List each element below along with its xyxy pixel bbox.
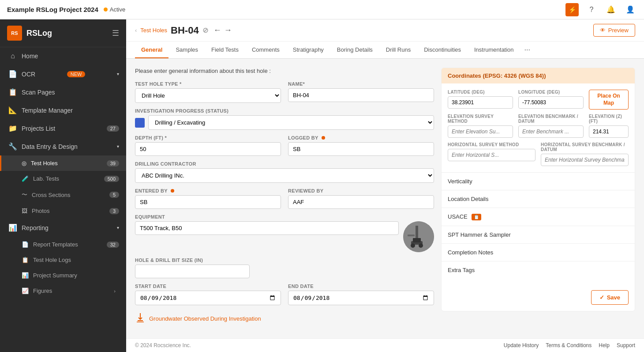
tab-boring-details[interactable]: Boring Details — [331, 42, 379, 58]
sidebar-item-test-holes[interactable]: ◎ Test Holes 39 — [0, 155, 126, 171]
content-area: ‹ Test Holes BH-04 ⊘ ← → 👁 Preview Gener… — [126, 19, 644, 352]
data-entry-arrow: ▾ — [117, 144, 119, 149]
sidebar-item-reporting[interactable]: 📊 Reporting ▾ — [0, 219, 126, 237]
footer-update-history[interactable]: Update History — [504, 342, 539, 348]
tab-drill-runs[interactable]: Drill Runs — [380, 42, 417, 58]
svg-point-4 — [411, 243, 415, 248]
sidebar-item-cross-sections[interactable]: 〜 Cross Sections 5 — [0, 186, 126, 203]
sidebar-item-projects-list[interactable]: 📁 Projects List 27 — [0, 119, 126, 137]
nav-next[interactable]: → — [224, 26, 232, 35]
tab-field-tests[interactable]: Field Tests — [205, 42, 245, 58]
depth-input[interactable] — [135, 142, 281, 156]
groundwater-link[interactable]: Groundwater Observed During Investigatio… — [135, 312, 434, 325]
elev-benchmark-input[interactable] — [518, 125, 584, 138]
footer-help[interactable]: Help — [599, 342, 610, 348]
test-hole-logs-icon: 📋 — [22, 257, 29, 263]
tab-more[interactable]: ··· — [521, 42, 534, 58]
latitude-input[interactable] — [448, 96, 513, 109]
tab-discontinuities[interactable]: Discontinuities — [418, 42, 467, 58]
test-holes-icon: ◎ — [22, 160, 26, 167]
nav-prev[interactable]: ← — [213, 26, 221, 35]
notification-icon[interactable]: 🔔 — [604, 3, 618, 16]
preview-button[interactable]: 👁 Preview — [593, 24, 635, 37]
svg-point-5 — [419, 243, 423, 248]
sidebar-item-template-manager[interactable]: 📐 Template Manager — [0, 101, 126, 119]
equipment-image — [403, 221, 434, 252]
investigation-row: Drilling / Excavating — [135, 115, 434, 130]
sidebar-label-ocr: OCR — [22, 71, 35, 78]
drill-bit-input[interactable]: 5 inch — [135, 265, 250, 278]
preview-label: Preview — [608, 27, 629, 34]
section-extra-tags[interactable]: Extra Tags — [442, 261, 635, 279]
drill-bit-group: HOLE & DRILL BIT SIZE (IN) 5 inch — [135, 257, 434, 278]
sidebar-label-lab-tests: Lab. Tests — [33, 175, 59, 182]
longitude-label: LONGITUDE (DEG) — [518, 90, 584, 95]
save-button[interactable]: ✓ Save — [591, 290, 629, 305]
tab-samples[interactable]: Samples — [169, 42, 204, 58]
reporting-icon: 📊 — [8, 223, 17, 232]
drilling-contractor-select[interactable]: ABC Drilling INc. — [135, 168, 434, 183]
name-label: NAME* — [288, 81, 434, 87]
elev-survey-input[interactable] — [448, 125, 513, 138]
sidebar-label-report-templates: Report Templates — [33, 241, 78, 248]
help-icon[interactable]: ? — [585, 3, 598, 16]
sidebar-item-scan-pages[interactable]: 📋 Scan Pages — [0, 83, 126, 101]
preview-icon: 👁 — [600, 27, 606, 34]
coord-header: Coordinates (EPSG: 4326 (WGS 84)) — [442, 68, 635, 83]
footer-support[interactable]: Support — [617, 342, 635, 348]
section-spt-hammer[interactable]: SPT Hammer & Sampler — [442, 226, 635, 243]
logged-by-input[interactable] — [288, 142, 434, 156]
tab-comments[interactable]: Comments — [246, 42, 286, 58]
section-usace[interactable]: USACE 📋 — [442, 208, 635, 226]
lightning-icon[interactable]: ⚡ — [565, 3, 579, 16]
tab-general[interactable]: General — [135, 42, 168, 58]
test-hole-type-select[interactable]: Drill Hole — [135, 88, 281, 103]
logged-by-label: LOGGED BY — [288, 135, 434, 140]
section-location-details[interactable]: Location Details — [442, 190, 635, 208]
reviewed-by-input[interactable] — [288, 195, 434, 209]
tabs-bar: General Samples Field Tests Comments Str… — [126, 42, 644, 59]
name-input[interactable] — [288, 88, 434, 102]
place-on-map-button[interactable]: Place On Map — [589, 90, 629, 110]
sidebar-item-home[interactable]: ⌂ Home — [0, 47, 126, 65]
reporting-arrow: ▾ — [117, 225, 119, 230]
tab-instrumentation[interactable]: Instrumentation — [468, 42, 520, 58]
latitude-group: LATITUDE (DEG) — [448, 90, 513, 110]
user-icon[interactable]: 👤 — [624, 3, 637, 16]
test-holes-badge: 39 — [107, 160, 119, 167]
sidebar-item-lab-tests[interactable]: 🧪 Lab. Tests 500 — [0, 171, 126, 186]
investigation-select[interactable]: Drilling / Excavating — [148, 115, 434, 130]
photos-icon: 🖼 — [22, 208, 27, 214]
sidebar-item-report-templates[interactable]: 📄 Report Templates 32 — [0, 237, 126, 252]
coordinates-panel: Coordinates (EPSG: 4326 (WGS 84)) LATITU… — [441, 68, 635, 311]
edit-name-icon[interactable]: ⊘ — [202, 26, 208, 34]
entered-by-required — [171, 189, 174, 193]
entered-by-input[interactable] — [135, 195, 281, 209]
footer-terms[interactable]: Terms & Conditions — [546, 342, 592, 348]
sidebar-item-figures[interactable]: 📈 Figures › — [0, 283, 126, 299]
status-text: Active — [110, 6, 125, 13]
elev-survey-label: ELEVATION SURVEY METHOD — [448, 114, 513, 124]
sidebar-item-test-hole-logs[interactable]: 📋 Test Hole Logs — [0, 252, 126, 268]
section-completion-notes[interactable]: Completion Notes — [442, 243, 635, 261]
start-date-input[interactable] — [135, 291, 281, 305]
menu-icon[interactable]: ☰ — [112, 28, 119, 38]
end-date-input[interactable] — [288, 291, 434, 305]
breadcrumb-chevron: ‹ — [135, 27, 137, 34]
main-layout: RS RSLog ☰ ⌂ Home 📄 OCR NEW ▾ 📋 Scan Pag… — [0, 19, 644, 352]
elev-z-input[interactable] — [589, 125, 629, 138]
equipment-photo-svg — [403, 221, 434, 252]
tab-stratigraphy[interactable]: Stratigraphy — [287, 42, 330, 58]
horiz-survey-input[interactable] — [448, 149, 535, 161]
breadcrumb-parent[interactable]: Test Holes — [140, 27, 167, 34]
longitude-input[interactable] — [518, 96, 584, 109]
equipment-input[interactable] — [135, 221, 399, 235]
horiz-benchmark-input[interactable] — [541, 154, 629, 166]
equipment-group: EQUIPMENT — [135, 214, 434, 252]
sidebar-item-data-entry[interactable]: 🔧 Data Entry & Design ▾ — [0, 137, 126, 155]
start-date-group: START DATE — [135, 284, 281, 305]
sidebar-item-ocr[interactable]: 📄 OCR NEW ▾ — [0, 65, 126, 83]
section-verticality[interactable]: Verticality — [442, 172, 635, 190]
sidebar-item-project-summary[interactable]: 📊 Project Summary — [0, 268, 126, 283]
sidebar-item-photos[interactable]: 🖼 Photos 3 — [0, 203, 126, 219]
